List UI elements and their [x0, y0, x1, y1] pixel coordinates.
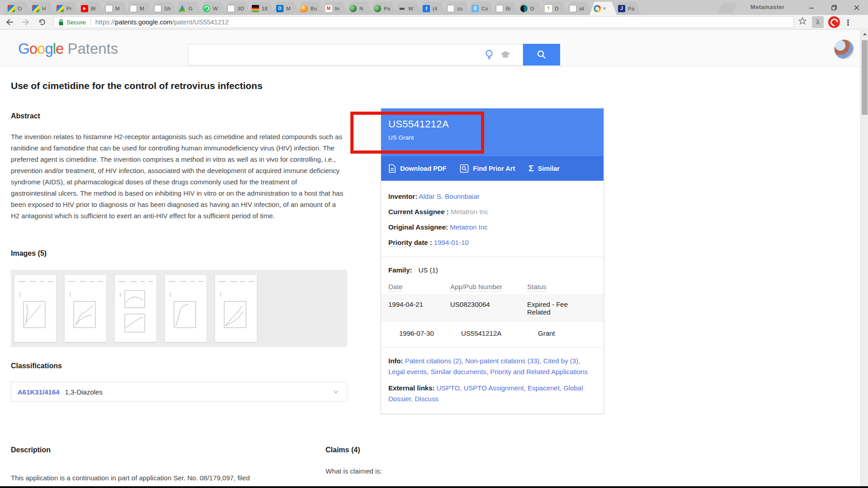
- browser-tab-5[interactable]: M: [101, 2, 128, 15]
- tab-label: Sh: [164, 6, 174, 11]
- window-controls: [800, 0, 868, 15]
- browser-tab-19[interactable]: zu: [443, 2, 470, 15]
- tab-label: N: [359, 6, 369, 11]
- claims-intro: What is claimed is:: [326, 467, 382, 475]
- browser-tab-15[interactable]: N: [345, 2, 373, 15]
- link-separator: ,: [486, 368, 490, 375]
- browser-menu-button[interactable]: •••: [844, 19, 853, 26]
- browser-tab-10[interactable]: 3D: [223, 2, 250, 15]
- patent-image-thumbnail-1[interactable]: [14, 275, 56, 342]
- search-input[interactable]: [188, 44, 523, 66]
- lightbulb-icon[interactable]: [484, 49, 494, 61]
- external-link[interactable]: USPTO Assignment: [463, 384, 524, 392]
- info-link[interactable]: Legal events: [388, 368, 427, 375]
- inventor-link[interactable]: Aldar S. Bourinbaiar: [419, 192, 480, 200]
- priority-date-link[interactable]: 1994-01-10: [434, 239, 469, 246]
- external-link[interactable]: Discuss: [415, 395, 439, 403]
- tab-label: D: [555, 6, 565, 11]
- browser-tab-11[interactable]: 18: [248, 2, 275, 15]
- info-link[interactable]: Cited by (3): [543, 357, 579, 365]
- browser-tab-22[interactable]: D: [516, 2, 543, 15]
- browser-tab-7[interactable]: Sh: [150, 2, 177, 15]
- family-table-row: 1994-04-21US08230064Expired - Fee Relate…: [381, 294, 604, 322]
- original-assignee-link[interactable]: Metatron Inc: [450, 223, 487, 231]
- new-tab-button[interactable]: [717, 3, 738, 13]
- patent-image-thumbnail-5[interactable]: [215, 275, 257, 342]
- restore-button[interactable]: [823, 0, 845, 15]
- scroll-up-arrow[interactable]: [861, 30, 868, 38]
- tab-close-icon[interactable]: ×: [603, 5, 606, 11]
- youtube-favicon: [81, 5, 88, 12]
- forward-button[interactable]: [19, 16, 33, 28]
- back-button[interactable]: [3, 16, 16, 28]
- external-link[interactable]: USPTO: [437, 384, 460, 392]
- tab-label: zu: [457, 6, 467, 11]
- info-link[interactable]: Patent citations (2): [405, 357, 462, 365]
- doc-favicon: [496, 5, 503, 12]
- info-link[interactable]: Priority and Related Applications: [490, 368, 588, 375]
- doc-favicon: [447, 5, 454, 12]
- red-extension-icon[interactable]: [828, 16, 840, 28]
- browser-tab-2[interactable]: H: [28, 2, 55, 15]
- patent-image-thumbnail-4[interactable]: [165, 275, 207, 342]
- patent-image-thumbnail-3[interactable]: [115, 275, 156, 342]
- find-prior-art-button[interactable]: Find Prior Art: [460, 164, 515, 173]
- browser-tab-12[interactable]: OM: [272, 2, 299, 15]
- bookmark-star-button[interactable]: [797, 16, 807, 28]
- family-table-header: DateApp/Pub NumberStatus: [388, 283, 596, 291]
- collage-favicon: [57, 5, 64, 12]
- back-icon: [5, 17, 14, 27]
- google-g-favicon: [594, 5, 601, 12]
- google-patents-logo[interactable]: GooglePatents: [18, 40, 118, 57]
- classification-code-link[interactable]: A61K31/4164: [18, 388, 60, 396]
- browser-tab-18[interactable]: f(4: [419, 2, 446, 15]
- browser-tab-3[interactable]: Pr: [52, 2, 80, 15]
- download-pdf-button[interactable]: Download PDF: [388, 164, 446, 173]
- classification-row[interactable]: A61K31/4164 1,3-Diazoles: [11, 382, 347, 402]
- user-avatar[interactable]: [834, 39, 854, 59]
- search-button[interactable]: [523, 44, 560, 66]
- browser-tab-13[interactable]: Bu: [297, 2, 324, 15]
- tab-label: 18: [262, 6, 272, 11]
- info-link[interactable]: Non-patent citations (33): [465, 357, 539, 365]
- tab-label: sil: [579, 6, 589, 11]
- find-prior-art-label: Find Prior Art: [473, 165, 515, 172]
- browser-tab-16[interactable]: Pa: [370, 2, 397, 15]
- browser-tab-21[interactable]: Bi: [492, 2, 519, 15]
- browser-tab-8[interactable]: G: [175, 2, 202, 15]
- address-bar[interactable]: Secure https://patents.google.com/patent…: [53, 16, 794, 28]
- close-button[interactable]: [845, 0, 868, 15]
- browser-tab-9[interactable]: W: [199, 2, 226, 15]
- browser-tab-24[interactable]: sil: [565, 2, 592, 15]
- family-column-header: App/Pub Number: [450, 283, 502, 292]
- family-section: Family:US (1) DateApp/Pub NumberStatus19…: [381, 257, 604, 347]
- browser-tab-23[interactable]: YD: [541, 2, 568, 15]
- pdf-extension-icon[interactable]: λ: [812, 16, 824, 28]
- scholar-cap-icon[interactable]: [500, 50, 511, 59]
- browser-tab-25[interactable]: ×: [590, 2, 617, 15]
- similar-button[interactable]: Σ Similar: [528, 164, 560, 174]
- reload-button[interactable]: [35, 16, 49, 28]
- external-link[interactable]: Espacenet: [528, 384, 560, 392]
- omnibox-separator: [90, 19, 91, 26]
- browser-tab-17[interactable]: weW: [394, 2, 421, 15]
- browser-tab-1[interactable]: O: [4, 2, 31, 15]
- tab-label: Pa: [384, 6, 394, 11]
- family-table-cell: US08230064: [450, 300, 527, 316]
- tab-strip: OHPrBlMMShGW3D18OMBuMInNPaweWf(4zuDCoBiD…: [4, 2, 641, 15]
- chevron-down-icon[interactable]: [331, 387, 340, 396]
- browser-tab-4[interactable]: Bl: [77, 2, 104, 15]
- minimize-button[interactable]: [800, 0, 823, 15]
- browser-tab-20[interactable]: DCo: [467, 2, 495, 15]
- browser-tab-26[interactable]: JPa: [614, 2, 641, 15]
- patent-figure-sketch: [65, 275, 106, 342]
- action-bar: Download PDF Find Prior Art Σ Similar: [381, 156, 604, 181]
- info-link[interactable]: Similar documents: [430, 368, 486, 375]
- browser-tab-14[interactable]: MIn: [321, 2, 348, 15]
- browser-tab-6[interactable]: M: [126, 2, 153, 15]
- tab-label: M: [115, 6, 125, 11]
- vertical-scrollbar[interactable]: [860, 30, 868, 488]
- patent-image-thumbnail-2[interactable]: [65, 275, 106, 342]
- scrollbar-thumb[interactable]: [862, 40, 868, 115]
- family-label: Family:: [388, 266, 412, 274]
